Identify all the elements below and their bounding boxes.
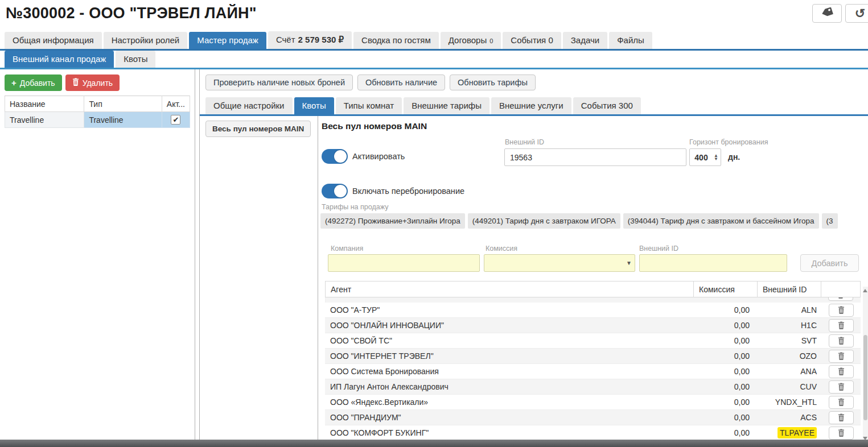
add-agent-button[interactable]: Добавить <box>800 254 859 272</box>
settings-tab[interactable]: Внешние тарифы <box>404 97 489 114</box>
action-button[interactable]: Проверить наличие новых броней <box>205 74 353 90</box>
agent-actions-cell <box>821 427 861 440</box>
delete-agent-button[interactable] <box>829 365 854 378</box>
toggle-on-icon[interactable] <box>322 149 348 164</box>
agent-row[interactable]: ООО "ИНТЕРНЕТ ТРЭВЕЛ" 0,00 OZO <box>325 349 861 364</box>
agent-row[interactable]: ООО "А-ТУР" 0,00 ALN <box>325 303 861 318</box>
channel-row[interactable]: Travelline Travelline ✔ <box>5 112 190 128</box>
main-tab[interactable]: Договоры 0 <box>441 32 501 49</box>
agent-name-cell: ООО "А-ТУР" <box>325 305 694 314</box>
external-id-input[interactable] <box>504 148 686 166</box>
overbooking-toggle[interactable]: Включать перебронирование <box>322 184 464 198</box>
checkbox-checked-icon[interactable]: ✔ <box>171 115 180 125</box>
activate-toggle[interactable]: Активировать <box>322 149 405 164</box>
agent-ext-id-value: ALN <box>801 305 817 314</box>
col-header-type[interactable]: Тип <box>84 96 162 112</box>
agent-row[interactable]: ООО "КОМФОРТ БУКИНГ" 0,00 TLPAYEE <box>325 425 861 441</box>
delete-agent-button[interactable] <box>829 334 854 347</box>
trash-icon <box>72 78 79 88</box>
delete-agent-button[interactable] <box>829 350 854 363</box>
main-tab[interactable]: Задачи <box>563 32 607 49</box>
tariffs-label: Тарифы на продажу <box>322 203 388 211</box>
agent-ext-id-cell: ALN <box>758 305 821 314</box>
main-tab[interactable]: Сводка по гостям <box>353 32 439 49</box>
delete-channel-button[interactable]: Удалить <box>65 74 120 91</box>
main-tabs: Общая информация Настройки ролей Мастер … <box>0 31 868 51</box>
action-button[interactable]: Обновить наличие <box>357 74 445 90</box>
channel-tab[interactable]: Квоты <box>116 51 155 68</box>
settings-tab[interactable]: Типы комнат <box>336 97 402 114</box>
agent-row[interactable]: ООО Система Бронирования 0,00 ANA <box>325 364 861 379</box>
ext-id-form-input[interactable] <box>639 254 787 272</box>
tariff-chip[interactable]: (3 <box>822 213 838 229</box>
col-header-commission[interactable]: Комиссия <box>693 282 757 297</box>
agent-actions-cell <box>821 334 861 347</box>
main-tab[interactable]: Файлы <box>609 32 652 49</box>
pool-list-item[interactable]: Весь пул номеров MAIN <box>205 121 311 137</box>
company-input[interactable] <box>328 254 480 272</box>
settings-tab[interactable]: Общие настройки <box>205 97 293 114</box>
tab-label: Внешний канал продаж <box>13 54 106 64</box>
col-header-name[interactable]: Название <box>5 96 84 112</box>
scroll-up-icon[interactable] <box>863 289 867 292</box>
action-button[interactable]: Обновить тарифы <box>450 74 536 90</box>
company-label: Компания <box>331 245 363 253</box>
channel-action-buttons: Проверить наличие новых броней Обновить … <box>200 74 868 90</box>
main-tab[interactable]: События 0 <box>503 32 561 49</box>
trash-icon <box>838 398 845 406</box>
trash-icon <box>838 383 845 391</box>
scrollbar-thumb[interactable] <box>863 335 867 420</box>
main-tab[interactable]: Мастер продаж <box>189 32 266 49</box>
delete-agent-button[interactable] <box>829 304 854 317</box>
add-channel-button[interactable]: + Добавить <box>5 74 62 91</box>
delete-agent-button[interactable] <box>829 396 854 409</box>
tariff-chip[interactable]: (449201) Тариф дня с завтраком ИГОРА <box>468 213 620 229</box>
trash-icon <box>837 297 844 299</box>
agent-commission-cell: 0,00 <box>694 413 758 422</box>
horizon-unit: дн. <box>728 152 740 162</box>
commission-select[interactable] <box>484 254 635 272</box>
pool-settings-form: Весь пул номеров MAIN Активировать Внешн… <box>318 116 868 442</box>
channel-name-cell[interactable]: Travelline <box>5 112 84 128</box>
settings-tab[interactable]: Внешние услуги <box>491 97 571 114</box>
agent-row[interactable]: ИП Лагун Антон Александрович 0,00 CUV <box>325 379 861 395</box>
horizon-stepper[interactable]: 400 ▲ ▼ <box>689 148 721 166</box>
main-tab[interactable]: Общая информация <box>5 32 102 49</box>
tab-label: Квоты <box>302 101 326 110</box>
tags-button[interactable] <box>812 4 842 23</box>
col-header-agent[interactable]: Агент <box>326 285 693 294</box>
settings-tab[interactable]: События 300 <box>573 97 641 114</box>
agent-ext-id-value: OZO <box>800 351 817 361</box>
tariff-chip[interactable]: (492272) Проживание+Зиплайн Игора <box>320 213 465 229</box>
agent-row[interactable]: ООО «Яндекс.Вертикали» 0,00 YNDX_HTL <box>325 395 861 410</box>
stepper-down-icon[interactable]: ▼ <box>714 158 718 161</box>
agent-row[interactable]: ООО "ОНЛАЙН ИННОВАЦИИ" 0,00 H1C <box>325 318 861 333</box>
main-tab[interactable]: Счёт 2 579 530 ₽ <box>268 31 352 49</box>
stepper-arrows[interactable]: ▲ ▼ <box>713 154 721 161</box>
history-button[interactable]: ↺ <box>845 4 868 23</box>
main-tab[interactable]: Настройки ролей <box>104 32 188 49</box>
delete-agent-button[interactable] <box>829 319 854 332</box>
trash-icon <box>838 321 845 329</box>
agent-row[interactable]: ООО "ПРАНДИУМ" 0,00 ACS <box>325 410 861 425</box>
col-header-ext-id[interactable]: Внешний ID <box>757 282 821 297</box>
delete-agent-button[interactable] <box>829 380 854 394</box>
agent-commission-cell: 0,00 <box>694 367 758 376</box>
settings-tab[interactable]: Квоты <box>294 97 334 114</box>
tariff-chip[interactable]: (394044) Тариф дня с завтраком и бассейн… <box>623 213 819 229</box>
col-header-active[interactable]: Акт... <box>162 96 190 112</box>
horizon-value[interactable]: 400 <box>690 153 713 162</box>
delete-agent-button[interactable] <box>829 427 854 440</box>
channel-tab[interactable]: Внешний канал продаж <box>5 51 114 68</box>
table-scrollbar[interactable] <box>863 287 868 442</box>
agents-table: Агент Комиссия Внешний ID <box>325 281 861 441</box>
add-channel-label: Добавить <box>20 78 55 88</box>
toggle-on-icon[interactable] <box>322 184 348 198</box>
delete-agent-button[interactable] <box>828 297 853 301</box>
agent-row[interactable]: ООО "СВОЙ ТС" 0,00 SVT <box>325 333 861 349</box>
tab-label: Сводка по гостям <box>361 35 431 45</box>
channel-type-cell[interactable]: Travelline <box>84 112 162 128</box>
channels-table: Название Тип Акт... Travelline Travellin… <box>5 96 190 128</box>
delete-agent-button[interactable] <box>829 411 854 424</box>
room-pool-list: Весь пул номеров MAIN <box>200 116 318 442</box>
